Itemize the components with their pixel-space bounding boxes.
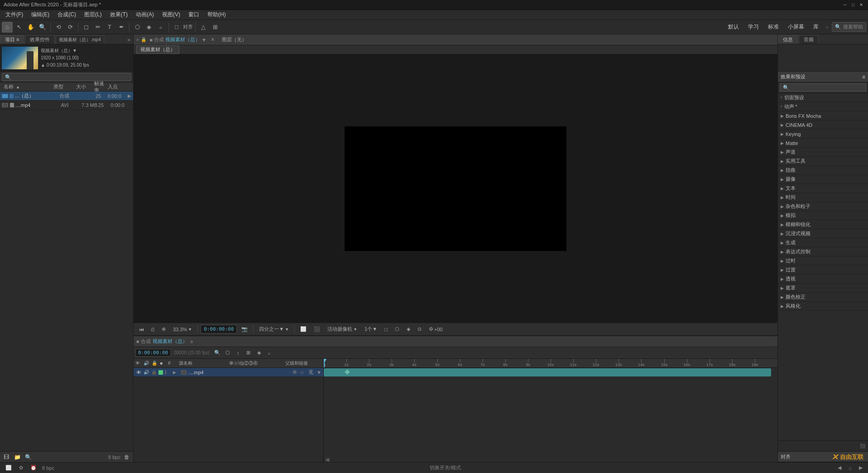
menu-animation[interactable]: 动画(A) [132, 10, 158, 19]
project-item-comp[interactable]: ...（总） 合成 25 0:00:0 ▶ [0, 92, 133, 101]
lr-sw-1[interactable]: 单 [292, 369, 298, 376]
tool-rotate-ccw[interactable]: ⟲ [53, 22, 64, 33]
toggle-switch-mode[interactable]: 切换开关/模式 [428, 464, 463, 471]
effect-cat-time[interactable]: ▶ 时间 [778, 193, 868, 202]
tl-ctrl-4[interactable]: ◈ [254, 348, 264, 357]
menu-view[interactable]: 视图(V) [158, 10, 184, 19]
vc-snapshot-btn[interactable]: 📷 [239, 325, 250, 333]
effect-cat-utility[interactable]: ▶ 实用工具 [778, 157, 868, 166]
track-area[interactable] [324, 368, 777, 457]
effects-menu-icon[interactable]: ≡ [862, 74, 865, 80]
tl-ctrl-1[interactable]: ⬡ [223, 348, 232, 357]
tab-footage[interactable]: 视频素材（总）.mp4 [56, 35, 104, 44]
tool-select[interactable]: ↖ [14, 22, 24, 33]
effect-cat-stylize[interactable]: ▶ 风格化 [778, 302, 868, 311]
window-controls[interactable]: ─ □ ✕ [842, 2, 864, 8]
status-nav-home[interactable]: ⌂ [847, 465, 854, 471]
minimize-button[interactable]: ─ [842, 2, 848, 8]
workspace-default[interactable]: 默认 [724, 22, 743, 32]
project-search-input[interactable] [2, 73, 131, 81]
tool-puppet[interactable]: ⬡ [132, 22, 143, 33]
lr-vis-1[interactable]: 👁 [135, 369, 142, 376]
tool-text[interactable]: T [104, 22, 115, 33]
vc-view-count[interactable]: 1个▼ [362, 325, 380, 333]
lr-lock-1[interactable]: 🔒 [151, 369, 157, 376]
lr-parent-1[interactable]: 无 [308, 369, 313, 376]
tool-pen2[interactable]: ✒ [116, 22, 127, 33]
search-help-box[interactable]: 🔍 搜索帮助 [832, 22, 866, 32]
menu-window[interactable]: 窗口 [185, 10, 203, 19]
effect-cat-0[interactable]: * 切面预设 [778, 93, 868, 102]
status-flower-btn[interactable]: ✿ [17, 465, 25, 471]
effect-cat-text[interactable]: ▶ 文本 [778, 184, 868, 193]
panel-expand-btn[interactable]: » [125, 36, 133, 44]
tl-search-btn[interactable]: 🔍 [213, 348, 222, 357]
tab-effect-controls[interactable]: 效果控件 [25, 35, 55, 44]
tl-ctrl-3[interactable]: ⊞ [244, 348, 253, 357]
tool-extra2[interactable]: ⊞ [210, 22, 221, 33]
effect-cat-1[interactable]: * 动声 * [778, 102, 868, 111]
lr-parent-arrow[interactable]: ▼ [317, 370, 321, 375]
menu-layer[interactable]: 图层(L) [81, 10, 106, 19]
clip-tab[interactable]: 视频素材（总） [136, 45, 179, 54]
effect-cat-immersive[interactable]: ▶ 沉浸式视频 [778, 229, 868, 238]
effect-cat-channel[interactable]: ▶ 声道 [778, 148, 868, 157]
vc-snap[interactable]: ⎙ [149, 326, 157, 333]
menu-effects[interactable]: 效果(T) [106, 10, 131, 19]
close-button[interactable]: ✕ [858, 2, 864, 8]
tab-audio[interactable]: 音频 [799, 35, 819, 44]
effect-cat-boris[interactable]: ▶ Boris FX Mocha [778, 111, 868, 121]
lr-expand-1[interactable]: ▶ [173, 370, 179, 375]
project-item-video[interactable]: ....mp4 AVI 7.3 MB 25 0:00:0 [0, 101, 133, 110]
workspace-small-screen[interactable]: 小屏幕 [784, 22, 808, 32]
new-folder-btn[interactable]: 📁 [13, 453, 22, 461]
tool-shape-rect[interactable]: ◻ [81, 22, 91, 33]
track-bar-1[interactable] [324, 368, 771, 376]
comp-close[interactable]: ✕ [211, 37, 215, 43]
lr-audio-1[interactable]: 🔊 [143, 369, 149, 376]
comp-tab-main[interactable]: ■ 合成 视频素材（总） ▼ ✕ [150, 36, 215, 43]
effect-cat-expression[interactable]: ▶ 表达式控制 [778, 247, 868, 256]
maximize-button[interactable]: □ [850, 2, 856, 8]
effect-cat-noise[interactable]: ▶ 杂色和粒子 [778, 202, 868, 211]
playhead[interactable] [324, 359, 325, 367]
viewer[interactable] [134, 54, 777, 323]
menu-composition[interactable]: 合成(C) [54, 10, 80, 19]
tool-hand[interactable]: ✋ [25, 22, 36, 33]
vc-zoom-btn[interactable]: 33.3% ▼ [170, 326, 195, 333]
tl-timecode[interactable]: 0:00:00:00 [135, 349, 171, 357]
menu-file[interactable]: 文件(F) [2, 10, 27, 19]
tool-zoom[interactable]: 🔍 [37, 22, 48, 33]
vc-render1[interactable]: □ [382, 326, 390, 333]
tool-clone[interactable]: ⬦ [155, 22, 166, 33]
vc-mask[interactable]: ⊕ [159, 325, 168, 333]
effect-cat-camera[interactable]: ▶ 摄像 [778, 175, 868, 184]
status-clock-btn[interactable]: ⏰ [29, 465, 38, 471]
menu-edit[interactable]: 编辑(E) [28, 10, 53, 19]
search-btn[interactable]: 🔍 [24, 453, 33, 461]
status-nav-prev[interactable]: ◀ [836, 465, 843, 471]
new-item-btn[interactable]: 🎞 [2, 453, 11, 461]
effect-cat-obsolete[interactable]: ▶ 过时 [778, 256, 868, 265]
effect-cat-matte[interactable]: ▶ Matte [778, 139, 868, 148]
workspace-learn[interactable]: 学习 [744, 22, 762, 32]
tool-extra1[interactable]: △ [198, 22, 209, 33]
status-nav-next[interactable]: ▶ [857, 465, 864, 471]
tool-rotate-cw[interactable]: ⟳ [65, 22, 76, 33]
effect-cat-colorcorrect[interactable]: ▶ 颜色校正 [778, 293, 868, 302]
effect-cat-mask[interactable]: ▶ 遮罩 [778, 284, 868, 293]
effect-cat-cinema4d[interactable]: ▶ CINEMA 4D [778, 121, 868, 130]
status-rgb-btn[interactable]: ⬜ [4, 465, 14, 471]
effect-cat-keying[interactable]: ▶ Keying [778, 130, 868, 139]
effect-cat-distort[interactable]: ▶ 扭曲 [778, 166, 868, 175]
tab-project[interactable]: 项目 ≡ [0, 35, 24, 44]
workspace-library[interactable]: 库 [810, 22, 822, 32]
tab-info[interactable]: 信息 [778, 35, 798, 44]
menu-help[interactable]: 帮助(H) [204, 10, 230, 19]
effect-cat-simulate[interactable]: ▶ 模拟 [778, 211, 868, 220]
delete-btn[interactable]: 🗑 [122, 453, 131, 461]
vc-render3[interactable]: ◈ [404, 325, 413, 333]
vc-play-controls[interactable]: ⏮ [136, 326, 147, 333]
effects-search-input[interactable] [780, 83, 866, 92]
vc-resolution-btn[interactable]: 四分之一▼ ▼ [256, 325, 292, 333]
